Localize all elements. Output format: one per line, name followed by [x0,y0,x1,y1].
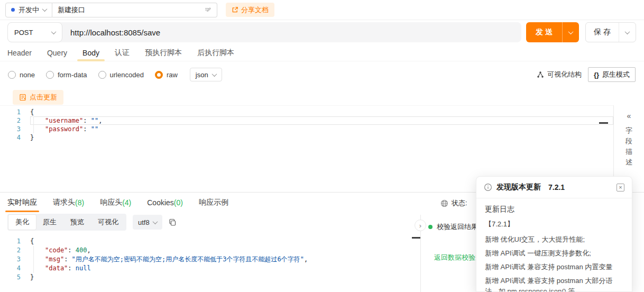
api-name-input[interactable]: 新建接口 [52,3,217,17]
click-update-button[interactable]: 点击更新 [13,90,63,105]
code-line[interactable]: 1{ [0,237,420,246]
visual-structure-button[interactable]: 可视化结构 [530,70,588,79]
changelog-item: 新增 优化UI交互，大大提升性能; [485,234,623,245]
tab-response-headers[interactable]: 响应头(4) [100,193,131,213]
tab-label: Header [7,49,32,57]
radio-label: urlencoded [110,71,144,79]
changelog-title: 更新日志 [485,205,623,214]
chevron-down-icon [211,71,217,77]
tab-post-script[interactable]: 后执行脚本 [197,44,234,61]
tab-request-headers[interactable]: 请求头(8) [53,193,84,213]
popup-version: 7.2.1 [548,183,565,191]
line-number: 3 [0,125,30,133]
tab-label: 请求头 [53,198,75,207]
tab-pre-script[interactable]: 预执行脚本 [145,44,182,61]
status-area: 状态: [440,198,467,208]
format-segmented-control: 美化 原生 预览 可视化 [7,214,126,231]
encoding-dropdown[interactable]: utf8 [133,215,162,230]
tab-body[interactable]: Body [82,44,99,61]
segment-label: 美化 [15,218,29,226]
segment-visualize[interactable]: 可视化 [91,215,125,230]
tab-query[interactable]: Query [47,44,67,61]
code-line[interactable]: 5} [0,273,420,282]
line-number: 2 [0,246,30,255]
line-number: 4 [0,133,30,142]
send-button[interactable]: 发 送 [526,22,579,42]
send-dropdown[interactable] [562,22,579,42]
line-number: 5 [0,273,30,282]
status-label: 状态: [452,198,467,208]
raw-mode-button[interactable]: {} 原生模式 [588,67,636,82]
radio-urlencoded[interactable]: urlencoded [98,71,144,79]
tab-count: (0) [174,198,183,207]
tab-response-example[interactable]: 响应示例 [199,193,228,213]
line-number: 3 [0,255,30,264]
changelog-item: 新增 API调试 一键压测支持参数化; [485,248,623,259]
field-panel-char: 段 [625,136,632,147]
tab-label: Cookies [147,198,174,207]
radio-none[interactable]: none [8,71,35,79]
response-body-editor[interactable]: 1{2 "code": 400,3 "msg": "用户名不能为空;密码不能为空… [0,235,420,292]
click-update-label: 点击更新 [30,93,57,102]
segment-raw[interactable]: 原生 [36,215,63,230]
tab-cookies[interactable]: Cookies(0) [147,193,183,213]
code-line[interactable]: 3 "msg": "用户名不能为空;密码不能为空;用户名长度不能低于3个字符且不… [0,255,420,264]
popup-body: 更新日志 【7.2.1】 新增 优化UI交互，大大提升性能; 新增 API调试 … [476,198,632,292]
content-type-dropdown[interactable]: json [190,68,222,81]
chevron-down-icon [42,6,48,12]
tab-auth[interactable]: 认证 [115,44,130,61]
tab-label: Body [82,49,99,57]
segment-label: 预览 [70,218,84,226]
radio-label: form-data [58,71,87,79]
code-line[interactable]: 2 "username": "", [0,116,613,125]
segment-beautify[interactable]: 美化 [8,215,36,230]
code-line[interactable]: 1{ [0,108,613,116]
url-value: http://localhost:8085/save [70,28,160,37]
save-button[interactable]: 保 存 [585,22,636,42]
api-status-dropdown[interactable]: 开发中 [5,3,52,17]
tab-live-response[interactable]: 实时响应 [7,193,37,213]
changelog-item: 新增 API调试 兼容支持 postman 内置变量 [485,262,623,272]
collapse-left-icon[interactable]: « [627,112,631,120]
segment-label: 原生 [43,218,57,226]
method-label: POST [14,29,33,36]
code-line[interactable]: 3 "password": "" [0,125,613,133]
tab-label: Query [47,49,67,57]
tab-label: 预执行脚本 [145,48,182,58]
tab-label: 认证 [115,48,130,58]
content-type-label: json [196,71,208,79]
changelog-item: 新增 API调试 兼容支持 postman 大部分语法，如 pm.respons… [485,276,623,292]
save-label: 保 存 [586,23,619,42]
share-doc-button[interactable]: 分享文档 [226,3,274,17]
url-input[interactable]: http://localhost:8085/save [62,22,521,42]
save-dropdown[interactable] [619,23,636,42]
request-tabs: Header Query Body 认证 预执行脚本 后执行脚本 [0,44,644,61]
line-number: 1 [0,108,30,116]
api-name-value: 新建接口 [58,5,85,15]
changelog-section: 【7.2.1】 [485,220,623,229]
popup-title: 发现版本更新 [496,182,541,192]
tab-count: (4) [122,198,131,207]
radio-form-data[interactable]: form-data [46,71,87,79]
chevron-down-icon [51,29,57,34]
code-line[interactable]: 4 "data": null [0,264,420,273]
chevron-right-icon[interactable]: › [415,220,426,231]
method-dropdown[interactable]: POST [7,22,62,42]
close-icon[interactable]: × [617,184,624,191]
copy-button[interactable] [169,218,177,226]
tab-header[interactable]: Header [7,44,32,61]
radio-label: raw [167,71,178,79]
visual-structure-label: 可视化结构 [547,70,582,79]
edit-icon[interactable] [204,6,211,14]
field-panel-char: 字 [625,125,632,136]
segment-label: 可视化 [98,218,118,226]
segment-preview[interactable]: 预览 [63,215,91,230]
chevron-down-icon [625,29,630,34]
tab-label: 实时响应 [7,198,37,207]
popup-header: 发现版本更新 7.2.1 × [476,177,632,198]
line-number: 1 [0,237,30,246]
code-line[interactable]: 4} [0,133,613,142]
line-number: 4 [0,264,30,273]
radio-raw[interactable]: raw [155,71,178,79]
code-line[interactable]: 2 "code": 400, [0,246,420,255]
